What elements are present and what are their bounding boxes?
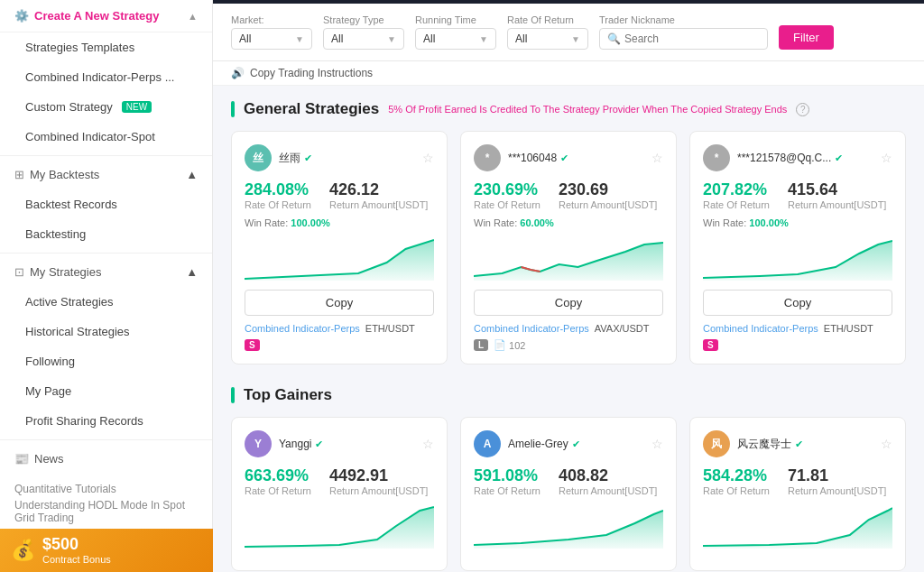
sidebar-item-strategies-templates[interactable]: Strategies Templates <box>0 32 212 62</box>
promo-bar[interactable]: 💰 $500 Contract Bonus <box>0 529 213 572</box>
divider <box>0 439 212 440</box>
market-select[interactable]: All ▼ <box>231 28 312 50</box>
divider <box>0 155 212 156</box>
promo-icon: 💰 <box>11 539 35 562</box>
verified-icon: ✔ <box>304 152 312 164</box>
star-icon[interactable]: ☆ <box>881 437 892 451</box>
my-backtests-section[interactable]: ⊞ My Backtests ▲ <box>0 160 212 189</box>
chevron-down-icon: ▼ <box>387 34 396 44</box>
chevron-up-icon: ▲ <box>186 168 198 181</box>
running-time-select[interactable]: All ▼ <box>415 28 496 50</box>
avatar: * <box>474 144 501 171</box>
sidebar-item-active-strategies[interactable]: Active Strategies <box>0 287 212 317</box>
help-icon[interactable]: ? <box>796 103 809 116</box>
svg-marker-1 <box>474 243 663 281</box>
avatar: A <box>474 430 501 457</box>
search-box[interactable]: 🔍 <box>599 28 768 50</box>
top-gainer-card: Y Yanggi ✔ ☆ 663.69% Rate Of Return 44 <box>231 417 448 571</box>
avatar: 丝 <box>245 144 272 171</box>
sidebar-item-following[interactable]: Following <box>0 346 212 376</box>
strategy-card: * ***121578@Qq.C... ✔ ☆ 207.82% Rate Of … <box>689 131 906 364</box>
pair-label: AVAX/USDT <box>595 323 650 334</box>
avatar: 风 <box>703 430 730 457</box>
backtests-icon: ⊞ <box>14 168 24 181</box>
pair-badge: L <box>474 339 488 351</box>
verified-icon: ✔ <box>572 438 580 450</box>
verified-icon: ✔ <box>835 152 843 164</box>
star-icon[interactable]: ☆ <box>881 151 892 165</box>
strategy-type-select[interactable]: All ▼ <box>323 28 404 50</box>
sidebar-item-custom-strategy[interactable]: Custom Strategy NEW <box>0 92 212 122</box>
chevron-down-icon: ▼ <box>479 34 488 44</box>
sidebar-item-backtesting[interactable]: Backtesting <box>0 219 212 249</box>
sidebar-item-combined-indicator-spot[interactable]: Combined Indicator-Spot <box>0 122 212 152</box>
trader-nickname-filter: Trader Nickname 🔍 <box>599 14 768 50</box>
running-time-filter: Running Time All ▼ <box>415 14 496 50</box>
filter-button[interactable]: Filter <box>779 25 834 50</box>
search-input[interactable] <box>624 32 760 45</box>
verified-icon: ✔ <box>315 438 323 450</box>
sidebar: ⚙️ Create A New Strategy ▲ Strategies Te… <box>0 0 213 572</box>
star-icon[interactable]: ☆ <box>422 437 434 451</box>
rate-of-return-select[interactable]: All ▼ <box>507 28 588 50</box>
create-strategy-button[interactable]: ⚙️ Create A New Strategy ▲ <box>0 0 212 32</box>
new-badge: NEW <box>122 101 152 113</box>
copy-button[interactable]: Copy <box>474 290 663 316</box>
strategies-icon: ⊡ <box>14 265 24 279</box>
general-strategies-header: General Strategies 5% Of Profit Earned I… <box>231 100 906 118</box>
svg-marker-3 <box>245 507 434 549</box>
content-area: General Strategies 5% Of Profit Earned I… <box>213 86 924 572</box>
chevron-up-icon: ▲ <box>188 11 198 22</box>
copy-button[interactable]: Copy <box>703 290 892 316</box>
strategy-tag[interactable]: Combined Indicator-Perps <box>245 323 360 334</box>
chevron-down-icon: ▼ <box>295 34 304 44</box>
pair-badge: S <box>703 339 718 351</box>
star-icon[interactable]: ☆ <box>422 151 434 165</box>
svg-marker-0 <box>245 240 434 281</box>
avatar: Y <box>245 430 272 457</box>
sidebar-item-historical-strategies[interactable]: Historical Strategies <box>0 317 212 346</box>
section-bar <box>231 387 235 403</box>
top-gainers-grid: Y Yanggi ✔ ☆ 663.69% Rate Of Return 44 <box>231 417 906 571</box>
star-icon[interactable]: ☆ <box>651 437 663 451</box>
copy-button[interactable]: Copy <box>245 290 434 316</box>
chevron-down-icon: ▼ <box>571 34 580 44</box>
sidebar-item-profit-sharing-records[interactable]: Profit Sharing Records <box>0 406 212 436</box>
top-gainer-card: 风 风云魔导士 ✔ ☆ 584.28% Rate Of Return 71. <box>689 417 906 571</box>
strategy-card: 丝 丝雨 ✔ ☆ 284.08% Rate Of Return 426.12 <box>231 131 448 364</box>
svg-marker-4 <box>474 511 663 549</box>
rate-of-return-filter: Rate Of Return All ▼ <box>507 14 588 50</box>
pair-label: ETH/USDT <box>365 323 415 334</box>
my-strategies-section[interactable]: ⊡ My Strategies ▲ <box>0 257 212 287</box>
star-icon[interactable]: ☆ <box>651 151 663 165</box>
sidebar-item-combined-indicator-perps[interactable]: Combined Indicator-Perps ... <box>0 62 212 92</box>
avatar: * <box>703 144 730 171</box>
bottom-link-quantitative[interactable]: Quantitative Tutorials <box>14 481 198 497</box>
pair-badge: S <box>245 339 260 351</box>
sidebar-item-backtest-records[interactable]: Backtest Records <box>0 189 212 219</box>
svg-marker-5 <box>703 508 892 549</box>
top-gainers-header: Top Gainers <box>231 386 906 404</box>
news-icon: 📰 <box>14 452 29 466</box>
strategy-tag[interactable]: Combined Indicator-Perps <box>703 323 818 334</box>
copy-count: 📄 102 <box>494 339 525 351</box>
pair-label: ETH/USDT <box>824 323 873 334</box>
copy-instructions-bar[interactable]: 🔊 Copy Trading Instructions <box>213 61 924 86</box>
sidebar-item-my-page[interactable]: My Page <box>0 376 212 406</box>
bottom-link-hodl[interactable]: Understanding HODL Mode In Spot Grid Tra… <box>14 497 198 526</box>
top-gainer-card: A Amelie-Grey ✔ ☆ 591.08% Rate Of Return <box>460 417 677 571</box>
strategy-type-filter: Strategy Type All ▼ <box>323 14 404 50</box>
strategy-tag[interactable]: Combined Indicator-Perps <box>474 323 589 334</box>
market-filter: Market: All ▼ <box>231 14 312 50</box>
svg-marker-2 <box>703 241 892 281</box>
news-section[interactable]: 📰 News <box>0 444 212 474</box>
filters-bar: Market: All ▼ Strategy Type All ▼ Runnin… <box>213 4 924 61</box>
section-bar <box>231 101 235 117</box>
verified-icon: ✔ <box>795 438 803 450</box>
search-icon: 🔍 <box>607 32 621 45</box>
general-strategies-grid: 丝 丝雨 ✔ ☆ 284.08% Rate Of Return 426.12 <box>231 131 906 364</box>
main-content: Market: All ▼ Strategy Type All ▼ Runnin… <box>213 0 924 572</box>
copy-icon: 🔊 <box>231 67 245 79</box>
chevron-up-icon: ▲ <box>186 265 198 279</box>
strategy-icon: ⚙️ <box>14 9 29 23</box>
